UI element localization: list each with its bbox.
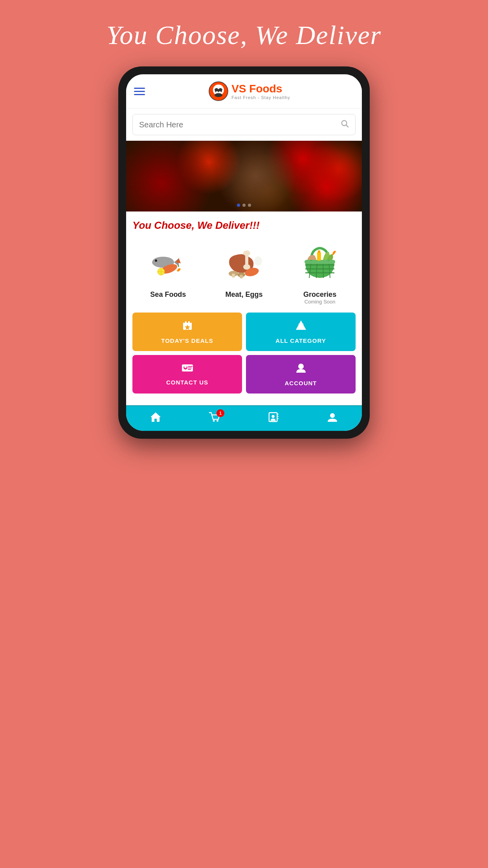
nav-home[interactable] [150, 412, 161, 425]
todays-deals-label: TODAY'S DEALS [161, 337, 213, 344]
contact-us-button[interactable]: CONTACT US [132, 355, 242, 394]
banner-pagination [237, 204, 251, 207]
svg-rect-34 [188, 321, 190, 324]
all-category-icon [295, 320, 307, 334]
groceries-label: Groceries [303, 291, 336, 299]
svg-point-15 [243, 250, 250, 256]
svg-point-2 [215, 93, 222, 97]
svg-point-40 [184, 366, 187, 368]
search-input[interactable] [139, 120, 340, 129]
sea-foods-icon [147, 247, 189, 279]
coming-soon-label: Coming Soon [305, 299, 336, 305]
app-header: VS Foods Fast Fresh - Stay Healthy [126, 74, 362, 108]
svg-rect-37 [298, 326, 304, 327]
category-meat-eggs[interactable]: Meat, Eggs [208, 239, 280, 305]
svg-rect-20 [240, 275, 243, 278]
svg-rect-32 [318, 250, 320, 253]
svg-marker-35 [296, 320, 306, 330]
contact-us-label: CONTACT US [166, 379, 208, 386]
banner-dot-2[interactable] [242, 204, 246, 207]
search-bar [132, 114, 356, 135]
logo-text: VS Foods Fast Fresh - Stay Healthy [231, 83, 290, 100]
svg-point-41 [298, 364, 304, 369]
svg-point-50 [330, 413, 335, 418]
svg-rect-31 [317, 252, 321, 261]
svg-rect-36 [298, 324, 304, 325]
contact-us-icon [181, 362, 194, 376]
groceries-image [284, 239, 356, 287]
hero-banner [126, 141, 362, 211]
svg-rect-18 [232, 274, 235, 278]
banner-dot-3[interactable] [248, 204, 251, 207]
sea-foods-image [132, 239, 204, 287]
hamburger-menu[interactable] [134, 88, 145, 95]
nav-account[interactable] [327, 412, 338, 425]
logo-icon [209, 81, 228, 101]
logo-name: VS Foods [231, 83, 290, 95]
phone-screen: VS Foods Fast Fresh - Stay Healthy [126, 74, 362, 431]
all-category-button[interactable]: ALL CATEGORY [246, 313, 356, 351]
account-button[interactable]: ACCOUNT [246, 355, 356, 394]
banner-dot-1[interactable] [237, 204, 240, 207]
account-nav-icon [327, 412, 338, 425]
logo-tagline: Fast Fresh - Stay Healthy [231, 95, 290, 100]
sea-foods-label: Sea Foods [150, 291, 186, 299]
todays-deals-button[interactable]: TODAY'S DEALS [132, 313, 242, 351]
svg-point-46 [272, 415, 275, 418]
meat-eggs-label: Meat, Eggs [225, 291, 262, 299]
category-grid: Sea Foods [132, 239, 356, 305]
category-groceries[interactable]: Groceries Coming Soon [284, 239, 356, 305]
page-title: You Choose, We Deliver [106, 20, 382, 51]
banner-background [126, 141, 362, 211]
svg-marker-42 [150, 412, 161, 422]
logo-vs: VS [231, 83, 246, 95]
meat-eggs-icon [224, 245, 265, 281]
svg-point-43 [213, 420, 215, 422]
logo-area: VS Foods Fast Fresh - Stay Healthy [145, 81, 354, 101]
action-buttons: TODAY'S DEALS ALL CATEGORY [132, 313, 356, 394]
svg-point-44 [216, 420, 218, 422]
svg-point-7 [155, 259, 157, 262]
search-icon[interactable] [340, 119, 349, 130]
nav-contacts[interactable] [268, 412, 279, 425]
groceries-icon [301, 243, 339, 283]
home-icon [150, 412, 161, 425]
app-tagline: You Choose, We Deliver!!! [132, 219, 356, 232]
category-sea-foods[interactable]: Sea Foods [132, 239, 204, 305]
account-icon [295, 362, 307, 377]
nav-cart[interactable]: 1 [209, 412, 220, 425]
meat-eggs-image [208, 239, 280, 287]
svg-rect-33 [185, 321, 187, 324]
bottom-navigation: 1 [126, 405, 362, 431]
cart-badge: 1 [216, 409, 224, 417]
svg-line-4 [346, 125, 348, 127]
account-label: ACCOUNT [285, 380, 317, 386]
main-content: You Choose, We Deliver!!! [126, 211, 362, 405]
phone-mockup: VS Foods Fast Fresh - Stay Healthy [118, 66, 370, 439]
contacts-icon [268, 412, 279, 425]
all-category-label: ALL CATEGORY [275, 337, 326, 344]
todays-deals-icon [182, 320, 193, 334]
svg-point-22 [254, 256, 262, 266]
